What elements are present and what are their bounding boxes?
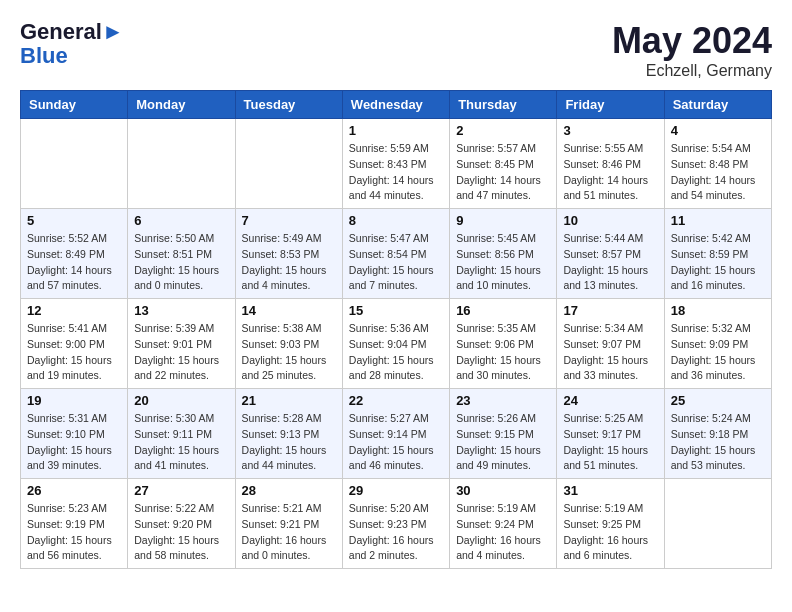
- day-number: 1: [349, 123, 443, 138]
- calendar-cell: 24Sunrise: 5:25 AMSunset: 9:17 PMDayligh…: [557, 389, 664, 479]
- day-info: Sunrise: 5:20 AMSunset: 9:23 PMDaylight:…: [349, 501, 443, 564]
- day-info: Sunrise: 5:31 AMSunset: 9:10 PMDaylight:…: [27, 411, 121, 474]
- day-info: Sunrise: 5:54 AMSunset: 8:48 PMDaylight:…: [671, 141, 765, 204]
- calendar-cell: 2Sunrise: 5:57 AMSunset: 8:45 PMDaylight…: [450, 119, 557, 209]
- day-number: 13: [134, 303, 228, 318]
- calendar-cell: 3Sunrise: 5:55 AMSunset: 8:46 PMDaylight…: [557, 119, 664, 209]
- day-number: 10: [563, 213, 657, 228]
- day-number: 26: [27, 483, 121, 498]
- day-number: 18: [671, 303, 765, 318]
- calendar-cell: 4Sunrise: 5:54 AMSunset: 8:48 PMDaylight…: [664, 119, 771, 209]
- calendar-cell: [128, 119, 235, 209]
- title-block: May 2024 Echzell, Germany: [612, 20, 772, 80]
- day-info: Sunrise: 5:41 AMSunset: 9:00 PMDaylight:…: [27, 321, 121, 384]
- day-info: Sunrise: 5:35 AMSunset: 9:06 PMDaylight:…: [456, 321, 550, 384]
- calendar-cell: 28Sunrise: 5:21 AMSunset: 9:21 PMDayligh…: [235, 479, 342, 569]
- calendar-cell: [664, 479, 771, 569]
- calendar-cell: 7Sunrise: 5:49 AMSunset: 8:53 PMDaylight…: [235, 209, 342, 299]
- calendar-cell: 27Sunrise: 5:22 AMSunset: 9:20 PMDayligh…: [128, 479, 235, 569]
- calendar-cell: 29Sunrise: 5:20 AMSunset: 9:23 PMDayligh…: [342, 479, 449, 569]
- calendar-cell: 25Sunrise: 5:24 AMSunset: 9:18 PMDayligh…: [664, 389, 771, 479]
- day-info: Sunrise: 5:28 AMSunset: 9:13 PMDaylight:…: [242, 411, 336, 474]
- day-info: Sunrise: 5:22 AMSunset: 9:20 PMDaylight:…: [134, 501, 228, 564]
- calendar-cell: 30Sunrise: 5:19 AMSunset: 9:24 PMDayligh…: [450, 479, 557, 569]
- day-info: Sunrise: 5:19 AMSunset: 9:25 PMDaylight:…: [563, 501, 657, 564]
- calendar-cell: 21Sunrise: 5:28 AMSunset: 9:13 PMDayligh…: [235, 389, 342, 479]
- day-info: Sunrise: 5:44 AMSunset: 8:57 PMDaylight:…: [563, 231, 657, 294]
- day-number: 5: [27, 213, 121, 228]
- day-number: 15: [349, 303, 443, 318]
- calendar-cell: 18Sunrise: 5:32 AMSunset: 9:09 PMDayligh…: [664, 299, 771, 389]
- day-number: 9: [456, 213, 550, 228]
- calendar-cell: 19Sunrise: 5:31 AMSunset: 9:10 PMDayligh…: [21, 389, 128, 479]
- day-info: Sunrise: 5:19 AMSunset: 9:24 PMDaylight:…: [456, 501, 550, 564]
- day-number: 3: [563, 123, 657, 138]
- day-number: 12: [27, 303, 121, 318]
- calendar-cell: 6Sunrise: 5:50 AMSunset: 8:51 PMDaylight…: [128, 209, 235, 299]
- calendar-cell: 15Sunrise: 5:36 AMSunset: 9:04 PMDayligh…: [342, 299, 449, 389]
- day-info: Sunrise: 5:34 AMSunset: 9:07 PMDaylight:…: [563, 321, 657, 384]
- weekday-header-row: SundayMondayTuesdayWednesdayThursdayFrid…: [21, 91, 772, 119]
- calendar-cell: 8Sunrise: 5:47 AMSunset: 8:54 PMDaylight…: [342, 209, 449, 299]
- day-number: 22: [349, 393, 443, 408]
- calendar-cell: 1Sunrise: 5:59 AMSunset: 8:43 PMDaylight…: [342, 119, 449, 209]
- day-info: Sunrise: 5:32 AMSunset: 9:09 PMDaylight:…: [671, 321, 765, 384]
- weekday-header-thursday: Thursday: [450, 91, 557, 119]
- day-info: Sunrise: 5:25 AMSunset: 9:17 PMDaylight:…: [563, 411, 657, 474]
- calendar-cell: 5Sunrise: 5:52 AMSunset: 8:49 PMDaylight…: [21, 209, 128, 299]
- day-info: Sunrise: 5:21 AMSunset: 9:21 PMDaylight:…: [242, 501, 336, 564]
- day-number: 21: [242, 393, 336, 408]
- calendar-cell: 17Sunrise: 5:34 AMSunset: 9:07 PMDayligh…: [557, 299, 664, 389]
- day-number: 16: [456, 303, 550, 318]
- day-number: 4: [671, 123, 765, 138]
- calendar-cell: 12Sunrise: 5:41 AMSunset: 9:00 PMDayligh…: [21, 299, 128, 389]
- day-number: 2: [456, 123, 550, 138]
- weekday-header-monday: Monday: [128, 91, 235, 119]
- calendar-cell: [235, 119, 342, 209]
- logo-text: General►: [20, 20, 124, 44]
- weekday-header-saturday: Saturday: [664, 91, 771, 119]
- day-info: Sunrise: 5:39 AMSunset: 9:01 PMDaylight:…: [134, 321, 228, 384]
- day-number: 7: [242, 213, 336, 228]
- day-number: 31: [563, 483, 657, 498]
- day-number: 24: [563, 393, 657, 408]
- weekday-header-friday: Friday: [557, 91, 664, 119]
- calendar-cell: 23Sunrise: 5:26 AMSunset: 9:15 PMDayligh…: [450, 389, 557, 479]
- day-info: Sunrise: 5:59 AMSunset: 8:43 PMDaylight:…: [349, 141, 443, 204]
- day-number: 19: [27, 393, 121, 408]
- week-row-1: 1Sunrise: 5:59 AMSunset: 8:43 PMDaylight…: [21, 119, 772, 209]
- day-info: Sunrise: 5:49 AMSunset: 8:53 PMDaylight:…: [242, 231, 336, 294]
- day-info: Sunrise: 5:52 AMSunset: 8:49 PMDaylight:…: [27, 231, 121, 294]
- calendar-cell: 11Sunrise: 5:42 AMSunset: 8:59 PMDayligh…: [664, 209, 771, 299]
- weekday-header-wednesday: Wednesday: [342, 91, 449, 119]
- day-info: Sunrise: 5:57 AMSunset: 8:45 PMDaylight:…: [456, 141, 550, 204]
- day-info: Sunrise: 5:50 AMSunset: 8:51 PMDaylight:…: [134, 231, 228, 294]
- day-number: 20: [134, 393, 228, 408]
- day-info: Sunrise: 5:23 AMSunset: 9:19 PMDaylight:…: [27, 501, 121, 564]
- day-info: Sunrise: 5:42 AMSunset: 8:59 PMDaylight:…: [671, 231, 765, 294]
- calendar-subtitle: Echzell, Germany: [612, 62, 772, 80]
- day-number: 17: [563, 303, 657, 318]
- logo: General► Blue: [20, 20, 124, 68]
- day-info: Sunrise: 5:36 AMSunset: 9:04 PMDaylight:…: [349, 321, 443, 384]
- day-number: 29: [349, 483, 443, 498]
- day-number: 25: [671, 393, 765, 408]
- page-header: General► Blue May 2024 Echzell, Germany: [20, 20, 772, 80]
- calendar-cell: 10Sunrise: 5:44 AMSunset: 8:57 PMDayligh…: [557, 209, 664, 299]
- calendar-cell: 13Sunrise: 5:39 AMSunset: 9:01 PMDayligh…: [128, 299, 235, 389]
- calendar-title: May 2024: [612, 20, 772, 62]
- logo-blue: Blue: [20, 44, 124, 68]
- calendar-cell: 20Sunrise: 5:30 AMSunset: 9:11 PMDayligh…: [128, 389, 235, 479]
- calendar-cell: [21, 119, 128, 209]
- day-number: 30: [456, 483, 550, 498]
- day-number: 23: [456, 393, 550, 408]
- calendar-table: SundayMondayTuesdayWednesdayThursdayFrid…: [20, 90, 772, 569]
- calendar-cell: 22Sunrise: 5:27 AMSunset: 9:14 PMDayligh…: [342, 389, 449, 479]
- day-number: 14: [242, 303, 336, 318]
- week-row-4: 19Sunrise: 5:31 AMSunset: 9:10 PMDayligh…: [21, 389, 772, 479]
- calendar-cell: 14Sunrise: 5:38 AMSunset: 9:03 PMDayligh…: [235, 299, 342, 389]
- week-row-2: 5Sunrise: 5:52 AMSunset: 8:49 PMDaylight…: [21, 209, 772, 299]
- day-info: Sunrise: 5:27 AMSunset: 9:14 PMDaylight:…: [349, 411, 443, 474]
- day-number: 6: [134, 213, 228, 228]
- day-info: Sunrise: 5:26 AMSunset: 9:15 PMDaylight:…: [456, 411, 550, 474]
